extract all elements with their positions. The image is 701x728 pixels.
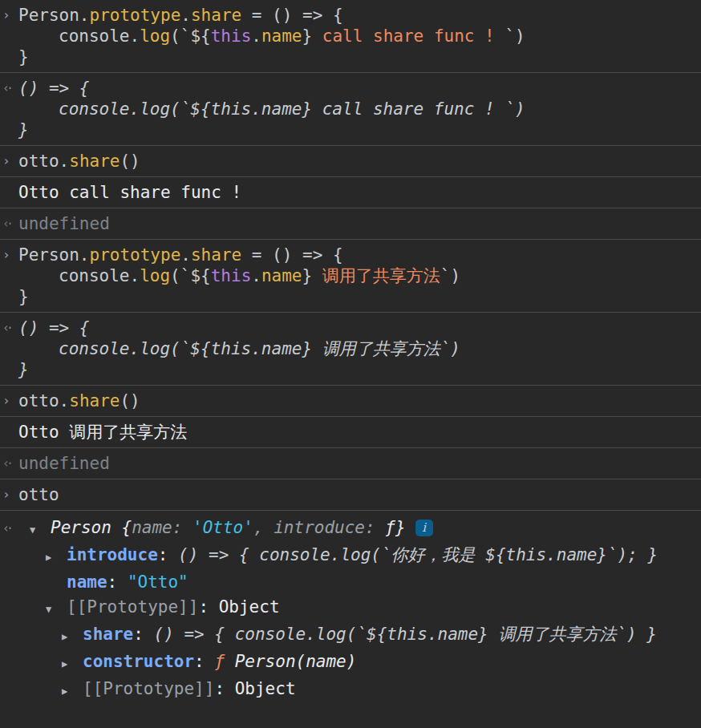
- entry-content: undefined: [18, 213, 701, 234]
- expand-arrow-icon[interactable]: ▶: [62, 679, 83, 704]
- token: Person: [51, 518, 122, 537]
- entry-gutter: ›: [0, 151, 18, 172]
- token: name: [132, 518, 172, 537]
- entry-content: () => {console.log(`${this.name} call sh…: [18, 78, 701, 140]
- expand-arrow-icon[interactable]: ▶: [62, 625, 83, 649]
- token: console.log(`${this.name} 调用了共享方法`): [59, 339, 460, 358]
- return-arrow-icon: ‹·: [2, 456, 10, 471]
- input-chevron-icon[interactable]: ›: [2, 7, 10, 22]
- code-line: console.log(`${this.name} call share fun…: [18, 99, 701, 119]
- code-line: Otto call share func !: [18, 182, 701, 203]
- token: (`: [170, 266, 190, 285]
- console-entry-input: ›otto: [0, 479, 701, 511]
- token: [[Prototype]]: [67, 597, 198, 617]
- token: console: [59, 266, 130, 285]
- token: introduce: [274, 518, 365, 537]
- token: }: [302, 266, 313, 285]
- token: :: [198, 597, 218, 617]
- token: "Otto": [128, 572, 188, 592]
- code-line: undefined: [18, 453, 701, 474]
- return-arrow-icon: ‹·: [2, 521, 10, 536]
- token: .: [79, 6, 90, 25]
- tree-row: ▶share: () => { console.log(`${this.name…: [18, 622, 701, 649]
- token: Person(name): [235, 652, 357, 671]
- code-line: otto: [18, 484, 701, 505]
- token: .: [130, 26, 140, 46]
- code-line: }: [18, 47, 701, 67]
- token: undefined: [18, 214, 110, 233]
- tree-row-text: [[Prototype]]: Object: [83, 677, 296, 702]
- token: 'Otto': [192, 518, 253, 537]
- token: () => { console.log(`${this.name} 调用了共享方…: [154, 625, 657, 644]
- token: ${: [190, 266, 210, 285]
- entry-content: Otto 调用了共享方法: [18, 422, 701, 443]
- token: :: [158, 545, 178, 564]
- input-chevron-icon[interactable]: ›: [2, 153, 10, 168]
- console-entry-result: ‹·undefined: [0, 448, 701, 479]
- token: :: [365, 518, 385, 537]
- token: log: [140, 26, 170, 46]
- entry-gutter: ›: [0, 390, 18, 411]
- entry-content: () => {console.log(`${this.name} 调用了共享方法…: [18, 317, 701, 380]
- entry-gutter: ‹·: [0, 213, 18, 234]
- token: = () => {: [241, 6, 342, 25]
- token: ${: [190, 26, 210, 46]
- console-entry-result: ‹·undefined: [0, 208, 701, 240]
- token: this: [211, 266, 252, 285]
- tree-row: ▶[[Prototype]]: Object: [18, 677, 701, 704]
- code-line: console.log(`${this.name} call share fun…: [18, 26, 701, 47]
- tree-row-text: constructor: ƒ Person(name): [83, 649, 356, 674]
- token: undefined: [18, 454, 110, 473]
- tree-row-text: share: () => { console.log(`${this.name}…: [83, 622, 657, 647]
- expand-arrow-icon[interactable]: ▶: [62, 652, 83, 677]
- entry-gutter: ‹·: [0, 317, 18, 380]
- token: Person: [18, 245, 79, 265]
- console-entry-log: Otto 调用了共享方法: [0, 417, 701, 448]
- entry-gutter: ›: [0, 245, 18, 307]
- token: ,: [253, 518, 274, 537]
- token: console: [59, 26, 130, 46]
- token: .: [251, 266, 261, 285]
- token: ƒ: [385, 518, 395, 537]
- token: .: [251, 26, 261, 46]
- collapse-arrow-icon[interactable]: ▼: [46, 597, 67, 622]
- token: }: [18, 287, 29, 306]
- expand-arrow-icon[interactable]: ▶: [46, 545, 67, 570]
- tree-row-text: name: "Otto": [67, 570, 188, 595]
- input-chevron-icon[interactable]: ›: [2, 393, 10, 408]
- token: :: [172, 518, 192, 537]
- entry-content: otto.share(): [18, 151, 701, 172]
- tree-row: name: "Otto": [18, 570, 701, 595]
- input-chevron-icon[interactable]: ›: [2, 247, 10, 262]
- token: Object: [235, 679, 296, 698]
- token: (`: [170, 26, 190, 46]
- entry-gutter: ›: [0, 5, 18, 67]
- tree-row-text: Person {name: 'Otto', introduce: ƒ}i: [51, 516, 433, 540]
- token: :: [194, 652, 214, 671]
- token: (): [120, 391, 140, 411]
- token: = () => {: [241, 245, 342, 265]
- token: console.log(`${this.name} call share fun…: [59, 99, 525, 119]
- console-entry-object: ‹·▼Person {name: 'Otto', introduce: ƒ}i▶…: [0, 511, 701, 709]
- entry-content: Person.prototype.share = () => {console.…: [18, 5, 701, 67]
- entry-gutter: ‹·: [0, 516, 18, 704]
- token: prototype: [90, 6, 181, 25]
- info-icon[interactable]: i: [415, 520, 433, 536]
- token: Otto 调用了共享方法: [18, 423, 187, 442]
- entry-content: ▼Person {name: 'Otto', introduce: ƒ}i▶in…: [18, 516, 701, 704]
- return-arrow-icon: ‹·: [2, 81, 10, 95]
- input-chevron-icon[interactable]: ›: [2, 487, 10, 502]
- console-log: ›Person.prototype.share = () => {console…: [0, 0, 701, 709]
- code-line: Person.prototype.share = () => {: [18, 245, 701, 265]
- return-arrow-icon: ‹·: [2, 321, 10, 335]
- token: :: [214, 679, 234, 698]
- code-line: Otto 调用了共享方法: [18, 422, 701, 443]
- token: `): [440, 266, 460, 285]
- collapse-arrow-icon[interactable]: ▼: [30, 518, 51, 543]
- entry-content: otto.share(): [18, 390, 701, 411]
- token: [[Prototype]]: [83, 679, 214, 698]
- token: }: [302, 26, 313, 46]
- console-entry-input: ›otto.share(): [0, 146, 701, 177]
- token: Otto call share func !: [18, 183, 241, 202]
- entry-gutter: ‹·: [0, 453, 18, 474]
